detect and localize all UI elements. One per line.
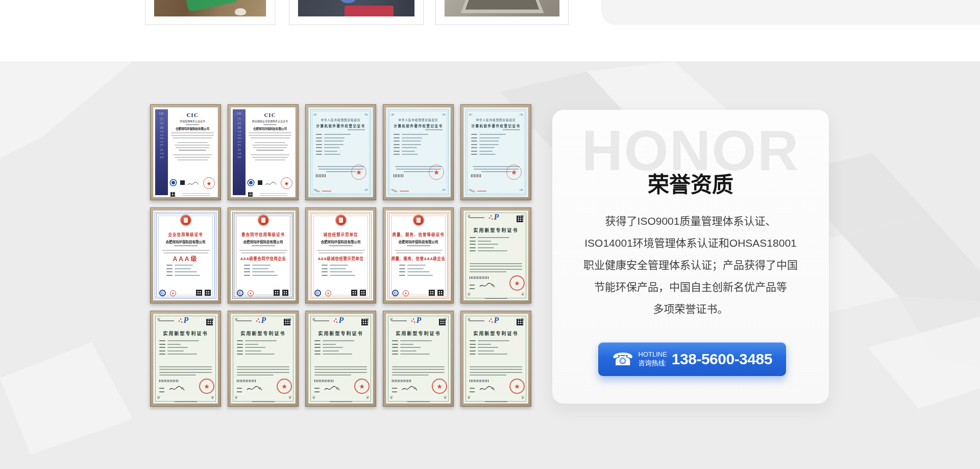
certificate-org: CIC bbox=[170, 112, 215, 118]
cnipa-red-seal bbox=[354, 379, 370, 394]
construction-photo-truck bbox=[298, 0, 414, 16]
barcode bbox=[394, 174, 404, 177]
certificate-utility-patent[interactable]: P 实用新型专利证书 bbox=[460, 207, 531, 303]
certificate-credit[interactable]: 诚信经营示范单位 合肥珂玛环保科技有限公司 AAA级诚信经营示范单位 bbox=[305, 207, 376, 303]
commissioner-signature bbox=[401, 385, 419, 392]
certificate-credit[interactable]: 企业信用等级证书 合肥珂玛环保科技有限公司 AAA级 bbox=[150, 207, 221, 303]
certificate-company: 合肥珂玛环保科技有限公司 bbox=[308, 239, 373, 244]
cnipa-logo: P bbox=[184, 316, 189, 324]
red-round-seal bbox=[258, 215, 268, 225]
qr-code bbox=[170, 192, 175, 197]
project-photo-card-2[interactable] bbox=[289, 0, 424, 25]
honor-description-line: 节能环保产品，中国自主创新名优产品等 bbox=[562, 276, 819, 298]
qr-code bbox=[437, 290, 444, 296]
signature bbox=[187, 181, 199, 187]
commissioner-signature bbox=[479, 385, 496, 392]
certificate-utility-patent[interactable]: P 实用新型专利证书 bbox=[460, 311, 531, 407]
hotline-label-zh: 咨询热线: bbox=[639, 359, 667, 368]
barcode bbox=[316, 174, 326, 177]
serial-number: No. bbox=[471, 190, 486, 193]
corner-flourish-icon bbox=[468, 112, 473, 118]
certificate-utility-patent[interactable]: P 实用新型专利证书 bbox=[228, 311, 299, 407]
serial-number: No. bbox=[316, 190, 331, 193]
certificate-utility-patent[interactable]: P 实用新型专利证书 bbox=[150, 311, 221, 407]
corner-flourish-icon bbox=[312, 395, 316, 400]
certificate-company: 合肥珂玛环保科技有限公司 bbox=[231, 239, 296, 244]
certificate-title: 实用新型专利证书 bbox=[463, 227, 528, 233]
qr-code bbox=[274, 290, 280, 296]
certificate-title: 实用新型专利证书 bbox=[386, 330, 451, 337]
cnipa-red-seal bbox=[277, 379, 292, 394]
hotline-button[interactable]: ☎ HOTLINE 咨询热线: 138-5600-3485 bbox=[598, 342, 786, 376]
red-star-seal bbox=[203, 177, 215, 189]
certificate-grade: AAA级诚信经营示范单位 bbox=[308, 255, 373, 261]
qr-code bbox=[282, 290, 288, 296]
certificate-side-band: CIC CERTIFICATE bbox=[155, 109, 168, 195]
corner-flourish-icon bbox=[467, 292, 471, 297]
credit-org-logo bbox=[314, 290, 321, 296]
certificate-title: 计算机软件著作权登记证书 bbox=[308, 123, 373, 128]
cic-round-logo bbox=[248, 180, 254, 185]
barcode bbox=[159, 380, 179, 382]
qr-code bbox=[429, 290, 435, 296]
certificate-cic[interactable]: CIC CERTIFICATE CIC 环境管理体系认证证书 合肥珂玛环保科技有… bbox=[150, 104, 221, 200]
project-photo-card-3[interactable] bbox=[435, 0, 569, 25]
certificate-cic[interactable]: CIC CERTIFICATE CIC 职业健康安全管理体系认证证书 合肥珂玛环… bbox=[228, 104, 299, 200]
red-round-seal bbox=[181, 215, 191, 225]
honor-description-line: 多项荣誉证书。 bbox=[562, 298, 819, 320]
corner-flourish-icon bbox=[521, 292, 525, 297]
certificate-title: 实用新型专利证书 bbox=[153, 330, 218, 337]
certificate-title: 诚信经营示范单位 bbox=[308, 231, 373, 237]
project-photo-card-1[interactable] bbox=[145, 0, 275, 25]
certificate-company: 合肥珂玛环保科技有限公司 bbox=[386, 239, 451, 244]
barcode bbox=[470, 276, 489, 279]
qr-code bbox=[248, 192, 253, 197]
certificate-company: 合肥珂玛环保科技有限公司 bbox=[248, 127, 292, 131]
honor-description-line: ISO14001环境管理体系认证和OHSAS18001 bbox=[562, 232, 819, 254]
certificate-utility-patent[interactable]: P 实用新型专利证书 bbox=[383, 311, 454, 407]
corner-flourish-icon bbox=[365, 395, 370, 400]
commissioner-signature bbox=[324, 385, 341, 392]
red-round-seal bbox=[336, 215, 346, 225]
red-round-seal bbox=[413, 215, 424, 225]
certificate-software-copyright[interactable]: 中华人民共和国国家版权局 计算机软件著作权登记证书 No. bbox=[383, 104, 454, 200]
certificate-credit[interactable]: 重合同守信用等级证书 合肥珂玛环保科技有限公司 AAA级重合同守信用企业 bbox=[228, 207, 299, 303]
hotline-labels: HOTLINE 咨询热线: bbox=[639, 350, 667, 368]
qr-code bbox=[439, 319, 446, 325]
corner-flourish-icon bbox=[519, 187, 524, 193]
cnipa-logo: P bbox=[494, 213, 499, 221]
barcode bbox=[392, 380, 411, 382]
corner-flourish-icon bbox=[288, 395, 292, 400]
corner-flourish-icon bbox=[390, 112, 395, 118]
hotline-label-en: HOTLINE bbox=[639, 350, 667, 359]
corner-flourish-icon bbox=[443, 395, 447, 400]
red-star-seal bbox=[281, 177, 292, 189]
construction-photo-excavation bbox=[154, 0, 266, 16]
corner-flourish-icon bbox=[442, 112, 446, 118]
certificate-org: CIC bbox=[248, 112, 292, 118]
certificate-title: 环境管理体系认证证书 bbox=[170, 119, 215, 123]
qr-code bbox=[351, 290, 357, 296]
corner-flourish-icon bbox=[442, 187, 446, 193]
certificate-authority: 中华人民共和国国家版权局 bbox=[463, 118, 528, 122]
qr-code bbox=[361, 319, 368, 325]
corner-flourish-icon bbox=[364, 187, 369, 193]
certificate-software-copyright[interactable]: 中华人民共和国国家版权局 计算机软件著作权登记证书 No. bbox=[460, 104, 531, 200]
construction-photo-pit bbox=[445, 0, 559, 16]
certificate-authority: 中华人民共和国国家版权局 bbox=[308, 118, 373, 122]
certificate-title: 实用新型专利证书 bbox=[463, 330, 528, 337]
barcode bbox=[237, 380, 256, 382]
corner-flourish-icon bbox=[210, 395, 214, 400]
certificate-title: 实用新型专利证书 bbox=[231, 330, 296, 337]
serial-number: No. bbox=[394, 190, 409, 193]
previous-section-strip bbox=[0, 0, 980, 61]
corner-flourish-icon bbox=[313, 112, 317, 118]
small-red-seal bbox=[403, 290, 409, 296]
certificate-authority: 中华人民共和国国家版权局 bbox=[386, 118, 451, 122]
certificate-utility-patent[interactable]: P 实用新型专利证书 bbox=[305, 311, 376, 407]
small-red-seal bbox=[325, 290, 331, 296]
certificate-software-copyright[interactable]: 中华人民共和国国家版权局 计算机软件著作权登记证书 No. bbox=[305, 104, 376, 200]
certificate-credit[interactable]: 质量、服务、信誉等级证书 合肥珂玛环保科技有限公司 质量、服务、信誉AAA级企业 bbox=[383, 207, 454, 303]
credit-org-logo bbox=[237, 290, 243, 296]
certificate-company: 合肥珂玛环保科技有限公司 bbox=[153, 239, 218, 244]
